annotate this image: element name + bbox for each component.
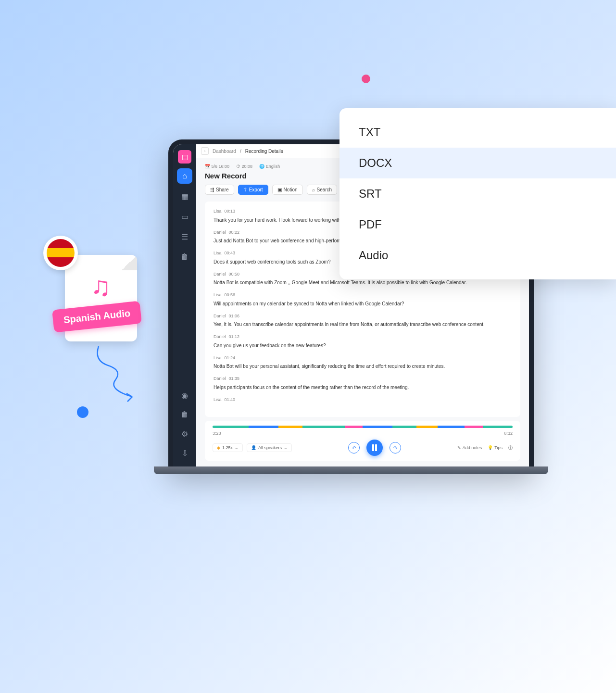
transcript-text: Helps participants focus on the content … bbox=[214, 384, 512, 391]
time-total: 8:32 bbox=[504, 431, 513, 436]
meta-date: 📅 5/6 16:00 bbox=[205, 164, 229, 169]
info-button[interactable]: ⓘ bbox=[508, 445, 513, 451]
share-icon: ⇶ bbox=[210, 187, 214, 192]
transcript-speaker: Daniel01:35 bbox=[214, 376, 512, 382]
transcript-row[interactable]: Daniel01:35Helps participants focus on t… bbox=[214, 376, 512, 391]
music-note-icon: ♫ bbox=[91, 271, 111, 302]
svg-rect-0 bbox=[372, 444, 374, 451]
transcript-text: Notta Bot will be your personal assistan… bbox=[214, 363, 512, 370]
timeline-segments[interactable] bbox=[213, 426, 513, 428]
export-format-menu: TXTDOCXSRTPDFAudio bbox=[339, 108, 616, 279]
tips-button[interactable]: 💡Tips bbox=[488, 445, 503, 450]
timeline-segment bbox=[465, 426, 482, 428]
speakers-filter-button[interactable]: 👤All speakers⌄ bbox=[247, 443, 292, 452]
note-icon: ✎ bbox=[457, 445, 461, 450]
search-button[interactable]: ⌕Search bbox=[307, 185, 338, 195]
bulb-icon: 💡 bbox=[488, 445, 493, 450]
gem-icon: ◆ bbox=[217, 445, 220, 450]
timeline-segment bbox=[363, 426, 392, 428]
breadcrumb-current: Recording Details bbox=[245, 149, 283, 154]
app-logo-icon: ▤ bbox=[178, 150, 191, 164]
nav-trash-icon[interactable]: 🗑 bbox=[177, 249, 192, 265]
transcript-text: Can you give us your feedback on the new… bbox=[214, 342, 512, 349]
transcript-text: Notta Bot is compatible with Zoom ,, Goo… bbox=[214, 279, 512, 286]
chevron-down-icon: ⌄ bbox=[284, 445, 288, 450]
timeline-segment bbox=[416, 426, 438, 428]
transcript-speaker: Daniel01:12 bbox=[214, 334, 512, 340]
export-option-txt[interactable]: TXT bbox=[339, 117, 616, 148]
pause-button[interactable] bbox=[366, 440, 383, 456]
transcript-row[interactable]: Lisa00:56Will appointments on my calenda… bbox=[214, 292, 512, 307]
decorative-dot-blue bbox=[77, 406, 88, 418]
audio-player: 3:23 8:32 ◆1.25x⌄ 👤All speakers⌄ ↶ ↷ bbox=[205, 421, 520, 461]
time-elapsed: 3:23 bbox=[213, 431, 221, 436]
timeline-segment bbox=[278, 426, 302, 428]
svg-rect-1 bbox=[375, 444, 377, 451]
transcript-row[interactable]: Daniel01:12Can you give us your feedback… bbox=[214, 334, 512, 349]
transcript-text: Yes, it is. You can transcribe calendar … bbox=[214, 321, 512, 328]
timeline-segment bbox=[213, 426, 249, 428]
transcript-speaker: Daniel01:06 bbox=[214, 313, 512, 320]
nav-document-icon[interactable]: ☰ bbox=[177, 229, 192, 244]
timeline-segment bbox=[302, 426, 344, 428]
info-icon: ⓘ bbox=[508, 445, 513, 451]
timeline-segment bbox=[345, 426, 363, 428]
share-button[interactable]: ⇶Share bbox=[205, 185, 234, 195]
person-icon: 👤 bbox=[251, 445, 256, 450]
timeline-segment bbox=[392, 426, 416, 428]
transcript-speaker: Lisa01:40 bbox=[214, 397, 512, 403]
timeline-segment bbox=[438, 426, 465, 428]
export-option-pdf[interactable]: PDF bbox=[339, 209, 616, 240]
laptop-base bbox=[154, 466, 548, 474]
search-icon: ⌕ bbox=[312, 187, 315, 192]
transcript-text: Will appointments on my calendar be sync… bbox=[214, 300, 512, 307]
export-option-srt[interactable]: SRT bbox=[339, 178, 616, 209]
arrow-from-audio-icon bbox=[89, 341, 166, 404]
decorative-dot-pink bbox=[362, 75, 370, 83]
skip-forward-button[interactable]: ↷ bbox=[390, 442, 401, 454]
notion-button[interactable]: ▣Notion bbox=[272, 185, 303, 195]
nav-calendar-icon[interactable]: ▦ bbox=[177, 189, 192, 204]
export-icon: ⇪ bbox=[243, 187, 247, 192]
nav-location-icon[interactable]: ◉ bbox=[177, 388, 192, 403]
nav-delete-icon[interactable]: 🗑 bbox=[177, 407, 192, 422]
export-option-audio[interactable]: Audio bbox=[339, 240, 616, 271]
meta-duration: ⏱ 20:08 bbox=[236, 164, 252, 169]
transcript-row[interactable]: Lisa01:40 bbox=[214, 397, 512, 403]
playback-speed-button[interactable]: ◆1.25x⌄ bbox=[213, 443, 243, 452]
spanish-audio-card: ♫ Spanish Audio bbox=[43, 236, 144, 351]
nav-download-icon[interactable]: ⇩ bbox=[177, 445, 192, 461]
nav-home-icon[interactable]: ⌂ bbox=[177, 168, 192, 184]
add-notes-button[interactable]: ✎Add notes bbox=[457, 445, 482, 450]
sidebar: ▤ ⌂ ▦ ▭ ☰ 🗑 ◉ 🗑 ⚙ ⇩ bbox=[173, 144, 196, 466]
nav-settings-icon[interactable]: ⚙ bbox=[177, 426, 192, 441]
skip-back-button[interactable]: ↶ bbox=[348, 442, 360, 454]
timeline-segment bbox=[483, 426, 513, 428]
export-option-docx[interactable]: DOCX bbox=[339, 148, 616, 178]
notion-icon: ▣ bbox=[277, 187, 282, 192]
transcript-speaker: Lisa01:24 bbox=[214, 355, 512, 362]
meta-language: 🌐 English bbox=[259, 164, 280, 169]
nav-folder-icon[interactable]: ▭ bbox=[177, 209, 192, 224]
transcript-speaker: Lisa00:56 bbox=[214, 292, 512, 299]
chevron-down-icon: ⌄ bbox=[235, 445, 239, 450]
breadcrumb-parent[interactable]: Dashboard bbox=[213, 149, 236, 154]
export-button[interactable]: ⇪Export bbox=[238, 185, 268, 195]
transcript-row[interactable]: Daniel01:06Yes, it is. You can transcrib… bbox=[214, 313, 512, 328]
spain-flag-icon bbox=[43, 236, 78, 270]
timeline-segment bbox=[249, 426, 278, 428]
breadcrumb-back-icon[interactable]: › bbox=[201, 147, 209, 155]
transcript-row[interactable]: Lisa01:24Notta Bot will be your personal… bbox=[214, 355, 512, 370]
